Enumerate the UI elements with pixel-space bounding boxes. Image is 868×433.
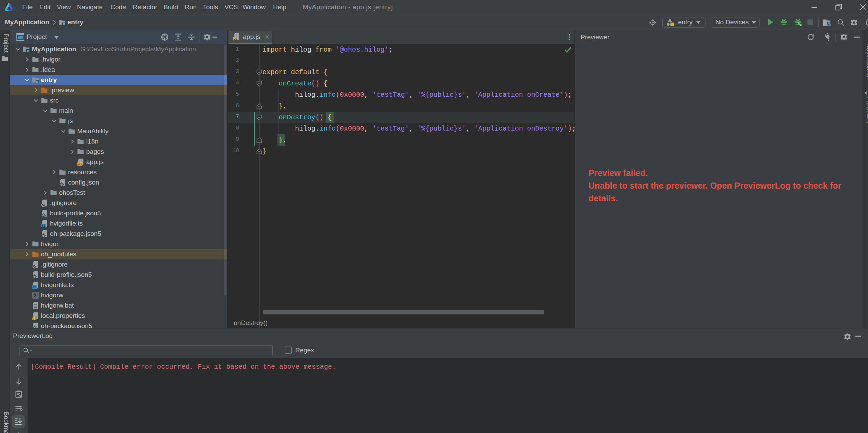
svg-text:JS: JS <box>78 163 82 166</box>
svg-text:JS: JS <box>234 37 237 40</box>
svg-text:TS: TS <box>42 224 46 227</box>
svg-text:TS: TS <box>33 286 37 289</box>
